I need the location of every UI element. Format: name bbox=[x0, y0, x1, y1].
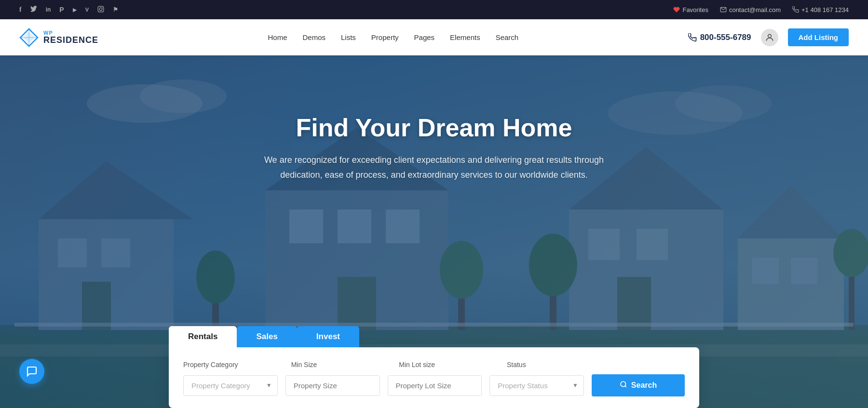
search-section: Rentals Sales Invest Property Category M… bbox=[169, 326, 699, 408]
linkedin-icon[interactable]: in bbox=[46, 6, 51, 13]
label-search-btn bbox=[615, 361, 685, 369]
svg-point-8 bbox=[768, 34, 771, 38]
nav-right: 800-555-6789 Add Listing bbox=[688, 28, 849, 46]
tab-invest[interactable]: Invest bbox=[297, 326, 359, 347]
tab-sales[interactable]: Sales bbox=[237, 326, 297, 347]
search-panel-inputs: Property Category ▼ Property Status bbox=[183, 374, 685, 396]
add-listing-button[interactable]: Add Listing bbox=[788, 28, 849, 46]
hero-subtitle: We are recognized for exceeding client e… bbox=[246, 153, 622, 182]
facebook-icon[interactable]: f bbox=[19, 6, 22, 13]
property-status-select[interactable]: Property Status bbox=[489, 375, 584, 396]
search-button-label: Search bbox=[631, 381, 657, 390]
user-account-icon[interactable] bbox=[761, 29, 778, 46]
top-bar: f in P ▶ V ⚑ Favorites contact@mail.com … bbox=[0, 0, 868, 19]
min-size-input[interactable] bbox=[285, 375, 380, 396]
hero-title: Find Your Dream Home bbox=[246, 113, 622, 142]
logo-wp: WP bbox=[43, 30, 98, 36]
top-bar-right: Favorites contact@mail.com +1 408 167 12… bbox=[673, 6, 849, 13]
property-status-wrap: Property Status ▼ bbox=[489, 375, 584, 396]
svg-point-2 bbox=[102, 7, 103, 8]
email-link[interactable]: contact@mail.com bbox=[720, 6, 781, 13]
youtube-icon[interactable]: ▶ bbox=[73, 7, 77, 13]
instagram-icon[interactable] bbox=[97, 6, 104, 14]
nav-property[interactable]: Property bbox=[371, 33, 399, 41]
nav-demos[interactable]: Demos bbox=[303, 33, 326, 41]
favorites-label: Favorites bbox=[682, 6, 708, 13]
pinterest-icon[interactable]: P bbox=[59, 6, 64, 13]
foursquare-icon[interactable]: ⚑ bbox=[113, 6, 118, 13]
email-text: contact@mail.com bbox=[729, 6, 781, 13]
twitter-icon[interactable] bbox=[30, 6, 37, 14]
property-category-wrap: Property Category ▼ bbox=[183, 375, 278, 396]
min-lot-size-input[interactable] bbox=[388, 375, 482, 396]
min-size-wrap bbox=[285, 375, 380, 396]
svg-point-46 bbox=[621, 382, 626, 387]
nav-phone: 800-555-6789 bbox=[688, 33, 751, 42]
label-min-lot-size: Min Lot size bbox=[399, 361, 499, 369]
favorites-link[interactable]: Favorites bbox=[673, 6, 708, 13]
social-links: f in P ▶ V ⚑ bbox=[19, 6, 118, 14]
logo[interactable]: WP RESIDENCE bbox=[19, 28, 98, 47]
topbar-phone-text: +1 408 167 1234 bbox=[801, 6, 849, 13]
min-lot-size-wrap bbox=[388, 375, 482, 396]
logo-text: WP RESIDENCE bbox=[43, 30, 98, 45]
label-status: Status bbox=[507, 361, 607, 369]
nav-lists[interactable]: Lists bbox=[341, 33, 356, 41]
search-panel-labels: Property Category Min Size Min Lot size … bbox=[183, 361, 685, 369]
nav-phone-number: 800-555-6789 bbox=[700, 33, 751, 42]
search-button[interactable]: Search bbox=[592, 374, 685, 396]
svg-line-47 bbox=[625, 386, 626, 387]
hero-content: Find Your Dream Home We are recognized f… bbox=[236, 113, 632, 182]
search-panel: Property Category Min Size Min Lot size … bbox=[169, 347, 699, 408]
chat-bubble[interactable] bbox=[19, 359, 44, 384]
nav-home[interactable]: Home bbox=[268, 33, 287, 41]
nav-search[interactable]: Search bbox=[496, 33, 519, 41]
nav-links: Home Demos Lists Property Pages Elements… bbox=[268, 33, 518, 41]
vimeo-icon[interactable]: V bbox=[85, 7, 89, 13]
svg-point-1 bbox=[99, 8, 102, 11]
search-tabs: Rentals Sales Invest bbox=[169, 326, 699, 347]
logo-residence: RESIDENCE bbox=[43, 36, 98, 45]
nav-pages[interactable]: Pages bbox=[414, 33, 435, 41]
label-property-category: Property Category bbox=[183, 361, 284, 369]
search-icon bbox=[620, 381, 627, 390]
label-min-size: Min Size bbox=[291, 361, 392, 369]
hero-section: Find Your Dream Home We are recognized f… bbox=[0, 55, 868, 408]
phone-link[interactable]: +1 408 167 1234 bbox=[792, 6, 849, 13]
svg-rect-0 bbox=[98, 6, 104, 12]
tab-rentals[interactable]: Rentals bbox=[169, 326, 237, 347]
property-category-select[interactable]: Property Category bbox=[183, 375, 278, 396]
main-nav: WP RESIDENCE Home Demos Lists Property P… bbox=[0, 19, 868, 55]
nav-elements[interactable]: Elements bbox=[450, 33, 480, 41]
